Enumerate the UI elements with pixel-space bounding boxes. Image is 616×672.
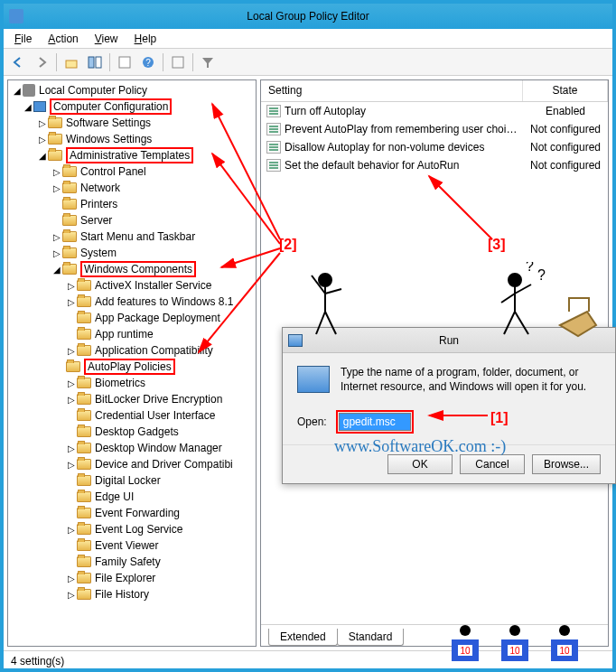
- folder-icon: [62, 231, 77, 242]
- tree-item[interactable]: ▷System: [10, 245, 254, 261]
- ok-button[interactable]: OK: [387, 454, 453, 474]
- tree-item[interactable]: Event Forwarding: [10, 505, 254, 521]
- tree-panel: ◢Local Computer Policy ◢Computer Configu…: [7, 79, 257, 647]
- expand-icon[interactable]: ▷: [66, 297, 77, 307]
- tree-item[interactable]: Printers: [10, 196, 254, 212]
- forward-button[interactable]: [31, 51, 52, 73]
- menu-file[interactable]: File: [7, 31, 39, 47]
- tree-item[interactable]: ▷BitLocker Drive Encryption: [10, 391, 254, 407]
- tree-admin-templates[interactable]: ◢Administrative Templates: [10, 147, 254, 163]
- expand-icon[interactable]: ▷: [37, 135, 48, 145]
- nav-tree[interactable]: ◢Local Computer Policy ◢Computer Configu…: [8, 80, 256, 646]
- tree-item[interactable]: ▷Windows Settings: [10, 131, 254, 147]
- tree-item[interactable]: ▷ActiveX Installer Service: [10, 277, 254, 294]
- folder-icon: [48, 134, 62, 145]
- menubar: File Action View Help: [4, 29, 612, 49]
- up-button[interactable]: [61, 51, 82, 73]
- tree-item[interactable]: Desktop Gadgets: [10, 424, 254, 440]
- tree-item[interactable]: ▷Application Compatibility: [10, 342, 254, 359]
- tree-item[interactable]: ▷Biometrics: [10, 375, 254, 391]
- menu-action[interactable]: Action: [41, 31, 85, 47]
- tree-item[interactable]: AutoPlay Policies: [10, 359, 254, 375]
- tree-computer-config[interactable]: ◢Computer Configuration: [10, 98, 254, 115]
- cancel-button[interactable]: Cancel: [460, 454, 525, 474]
- run-app-icon: [297, 366, 330, 393]
- tree-item[interactable]: ▷Network: [10, 180, 254, 196]
- expand-icon[interactable]: ▷: [37, 118, 48, 128]
- expand-icon[interactable]: ▷: [66, 574, 77, 583]
- expand-icon[interactable]: ▷: [66, 525, 77, 535]
- expand-icon[interactable]: ▷: [51, 167, 62, 177]
- folder-icon: [66, 361, 80, 372]
- tree-item[interactable]: ▷Control Panel: [10, 163, 254, 180]
- expand-icon[interactable]: ▷: [66, 281, 77, 291]
- tree-item[interactable]: Digital Locker: [10, 472, 254, 489]
- svg-rect-1: [89, 57, 94, 68]
- expand-icon[interactable]: ▷: [66, 590, 77, 600]
- open-input[interactable]: [339, 413, 411, 431]
- list-item[interactable]: Disallow Autoplay for non-volume devices…: [261, 138, 608, 156]
- titlebar[interactable]: Local Group Policy Editor: [4, 4, 612, 29]
- tree-item[interactable]: ▷Desktop Window Manager: [10, 440, 254, 456]
- filter-icon[interactable]: [197, 51, 219, 73]
- tree-item[interactable]: ▷File History: [10, 586, 254, 602]
- svg-point-35: [559, 625, 570, 636]
- tree-item[interactable]: ▷Event Log Service: [10, 521, 254, 537]
- folder-icon: [77, 589, 91, 600]
- svg-rect-2: [96, 57, 101, 68]
- collapse-icon[interactable]: ◢: [37, 151, 48, 161]
- browse-button[interactable]: Browse...: [532, 454, 601, 474]
- list-item[interactable]: Turn off AutoplayEnabled: [261, 102, 608, 120]
- column-setting[interactable]: Setting: [261, 80, 523, 101]
- run-dialog[interactable]: Run Type the name of a program, folder, …: [282, 327, 616, 484]
- expand-icon[interactable]: ▷: [66, 443, 77, 453]
- expand-icon[interactable]: ▷: [66, 460, 77, 470]
- tree-item[interactable]: Credential User Interface: [10, 407, 254, 424]
- expand-icon[interactable]: ▷: [51, 248, 62, 258]
- list-item[interactable]: Set the default behavior for AutoRunNot …: [261, 156, 608, 174]
- expand-icon[interactable]: ▷: [51, 232, 62, 242]
- tree-item[interactable]: Server: [10, 212, 254, 229]
- tree-item[interactable]: Event Viewer: [10, 537, 254, 554]
- tree-windows-components[interactable]: ◢Windows Components: [10, 261, 254, 277]
- expand-icon[interactable]: ▷: [66, 378, 77, 388]
- column-state[interactable]: State: [523, 80, 608, 101]
- window-title: Local Group Policy Editor: [247, 10, 369, 23]
- menu-view[interactable]: View: [88, 31, 126, 47]
- tree-root[interactable]: ◢Local Computer Policy: [10, 82, 254, 98]
- list-item[interactable]: Prevent AutoPlay from remembering user c…: [261, 120, 608, 138]
- folder-icon: [77, 475, 91, 486]
- collapse-icon[interactable]: ◢: [23, 102, 33, 112]
- svg-line-21: [501, 294, 515, 303]
- tab-standard[interactable]: Standard: [337, 629, 405, 646]
- svg-line-17: [316, 312, 325, 334]
- folder-icon: [62, 182, 77, 193]
- tree-item[interactable]: ▷Software Settings: [10, 115, 254, 131]
- tree-item[interactable]: ▷Start Menu and Taskbar: [10, 229, 254, 245]
- tree-item[interactable]: ▷Device and Driver Compatibi: [10, 456, 254, 472]
- collapse-icon[interactable]: ◢: [12, 86, 23, 96]
- settings-list[interactable]: Turn off AutoplayEnabledPrevent AutoPlay…: [261, 102, 608, 174]
- folder-icon: [62, 247, 77, 258]
- tree-item[interactable]: App runtime: [10, 326, 254, 342]
- tree-item[interactable]: ▷File Explorer: [10, 570, 254, 586]
- tool-icon[interactable]: [114, 51, 135, 73]
- folder-icon: [77, 345, 91, 356]
- svg-point-19: [509, 274, 521, 286]
- show-hide-button[interactable]: [84, 51, 106, 73]
- tree-item[interactable]: App Package Deployment: [10, 310, 254, 326]
- expand-icon[interactable]: ▷: [51, 183, 62, 193]
- back-button[interactable]: [7, 51, 29, 73]
- expand-icon[interactable]: ▷: [66, 346, 77, 356]
- tool-icon[interactable]: [167, 51, 189, 73]
- svg-text:10: 10: [509, 646, 520, 656]
- tree-item[interactable]: Edge UI: [10, 489, 254, 505]
- expand-icon[interactable]: ▷: [66, 395, 77, 405]
- tree-item[interactable]: Family Safety: [10, 554, 254, 570]
- tree-item[interactable]: ▷Add features to Windows 8.1: [10, 294, 254, 310]
- menu-help[interactable]: Help: [127, 31, 164, 47]
- help-icon[interactable]: ?: [137, 51, 159, 73]
- tab-extended[interactable]: Extended: [268, 629, 338, 646]
- collapse-icon[interactable]: ◢: [51, 265, 62, 275]
- stick-figure-icon: ??: [298, 262, 605, 343]
